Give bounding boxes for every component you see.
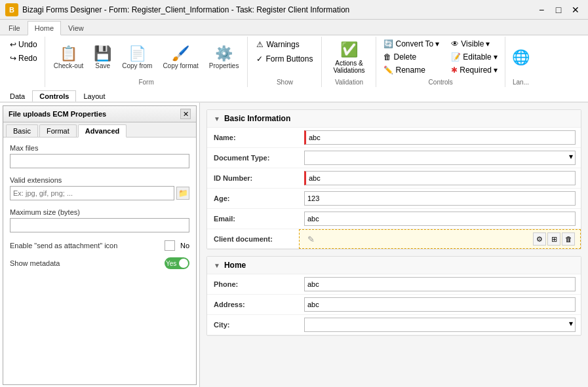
properties-button[interactable]: ⚙️ Properties bbox=[205, 38, 244, 77]
home-collapse[interactable]: ▼ bbox=[214, 262, 220, 269]
convert-to-button[interactable]: 🔄 Convert To ▾ bbox=[380, 38, 442, 50]
lang-button[interactable]: 🌐 bbox=[509, 46, 532, 69]
doc-type-select-wrapper bbox=[304, 151, 576, 165]
props-tab-advanced[interactable]: Advanced bbox=[78, 124, 127, 138]
name-label: Name: bbox=[207, 128, 299, 148]
undo-button[interactable]: ↩ Undo bbox=[7, 38, 41, 51]
valid-extensions-label: Valid extensions bbox=[10, 176, 189, 184]
home-grid: Phone: Address: City: bbox=[207, 274, 581, 335]
validation-icon: ✅ bbox=[340, 41, 358, 58]
left-panel: File uploads ECM Properties ✕ Basic Form… bbox=[0, 103, 200, 387]
max-size-input[interactable] bbox=[10, 218, 189, 232]
undo-icon: ↩ bbox=[10, 40, 16, 49]
doc-pencil-icon: ✎ bbox=[307, 234, 315, 244]
redo-button[interactable]: ↪ Redo bbox=[7, 52, 41, 65]
ribbon-group-lang: 🌐 Lan... bbox=[505, 37, 536, 87]
email-label: Email: bbox=[207, 209, 299, 229]
actions-validations-button[interactable]: ✅ Actions & Validations bbox=[326, 38, 372, 77]
client-doc-settings-button[interactable]: ⚙ bbox=[533, 232, 546, 246]
valid-extensions-input[interactable] bbox=[10, 186, 174, 200]
delete-button[interactable]: 🗑 Delete bbox=[380, 51, 442, 63]
dialog-header: File uploads ECM Properties ✕ bbox=[3, 106, 196, 122]
basic-info-collapse[interactable]: ▼ bbox=[214, 115, 220, 122]
id-number-value bbox=[299, 168, 581, 189]
city-select[interactable] bbox=[304, 318, 576, 332]
save-icon: 💾 bbox=[94, 46, 111, 61]
city-label: City: bbox=[207, 315, 299, 335]
tab-data[interactable]: Data bbox=[3, 90, 32, 101]
undo-label: Undo bbox=[18, 40, 37, 49]
max-size-label: Maximum size (bytes) bbox=[10, 208, 189, 216]
props-tab-basic[interactable]: Basic bbox=[6, 124, 38, 137]
attachment-checkbox[interactable] bbox=[165, 240, 175, 251]
tab-controls[interactable]: Controls bbox=[32, 90, 76, 101]
metadata-toggle[interactable]: Yes bbox=[165, 257, 189, 269]
redo-icon: ↪ bbox=[10, 54, 16, 63]
client-doc-copy-button[interactable]: ⊞ bbox=[547, 232, 560, 246]
actions-validations-label: Actions & Validations bbox=[333, 60, 364, 74]
switch-knob bbox=[179, 259, 188, 268]
maximize-button[interactable]: □ bbox=[551, 3, 566, 17]
id-number-input[interactable] bbox=[304, 171, 576, 185]
switch-background[interactable]: Yes bbox=[165, 257, 189, 269]
validation-group-label: Validation bbox=[322, 79, 376, 86]
extensions-folder-button[interactable]: 📁 bbox=[176, 187, 189, 200]
home-header: ▼ Home bbox=[207, 257, 581, 274]
form-buttons-button[interactable]: ✓ Form Buttons bbox=[252, 52, 317, 65]
ribbon: ↩ Undo ↪ Redo 📋 Check-out 💾 Save 📄 Copy … bbox=[0, 35, 588, 88]
visible-icon: 👁 bbox=[451, 39, 459, 48]
client-doc-delete-button[interactable]: 🗑 bbox=[562, 232, 575, 246]
main-area: File uploads ECM Properties ✕ Basic Form… bbox=[0, 103, 588, 387]
required-dropdown-icon: ▾ bbox=[494, 65, 498, 75]
ribbon-group-show: ⚠ Warnings ✓ Form Buttons Show bbox=[248, 37, 322, 87]
save-button[interactable]: 💾 Save bbox=[89, 38, 116, 77]
rename-icon: ✏️ bbox=[383, 65, 393, 75]
email-input[interactable] bbox=[304, 212, 576, 226]
client-doc-label: Client document: bbox=[207, 229, 299, 249]
dialog-close-button[interactable]: ✕ bbox=[180, 109, 191, 119]
ribbon-group-undoredo: ↩ Undo ↪ Redo bbox=[3, 37, 45, 87]
minimize-button[interactable]: − bbox=[534, 3, 549, 17]
close-button[interactable]: ✕ bbox=[568, 3, 583, 17]
name-input[interactable] bbox=[304, 130, 576, 145]
basic-info-section: ▼ Basic Information Name: Document Type: bbox=[206, 109, 581, 249]
tab-file[interactable]: File bbox=[1, 21, 28, 35]
controls-group-label: Controls bbox=[376, 79, 505, 86]
checkout-button[interactable]: 📋 Check-out bbox=[49, 38, 88, 77]
max-size-field: Maximum size (bytes) bbox=[10, 208, 189, 232]
dialog-title: File uploads ECM Properties bbox=[9, 110, 106, 118]
age-input[interactable] bbox=[304, 191, 576, 206]
tab-layout[interactable]: Layout bbox=[76, 90, 112, 101]
doc-type-select[interactable] bbox=[304, 151, 576, 165]
ribbon-group-validation: ✅ Actions & Validations Validation bbox=[322, 37, 376, 87]
visible-dropdown-icon: ▾ bbox=[486, 39, 490, 48]
props-tab-format[interactable]: Format bbox=[39, 124, 77, 137]
basic-info-title: Basic Information bbox=[224, 114, 290, 123]
tab-view[interactable]: View bbox=[61, 21, 91, 35]
properties-icon: ⚙️ bbox=[215, 46, 233, 61]
max-files-input[interactable] bbox=[10, 154, 189, 168]
city-value bbox=[299, 315, 581, 335]
max-files-field: Max files bbox=[10, 144, 189, 168]
show-metadata-label: Show metadata bbox=[10, 259, 159, 267]
copy-format-button[interactable]: 🖌️ Copy format bbox=[158, 38, 203, 77]
phone-label: Phone: bbox=[207, 274, 299, 295]
phone-value bbox=[299, 274, 581, 295]
copy-from-button[interactable]: 📄 Copy from bbox=[117, 38, 157, 77]
undo-redo-items: ↩ Undo ↪ Redo bbox=[7, 38, 41, 86]
warnings-button[interactable]: ⚠ Warnings bbox=[252, 38, 304, 51]
globe-icon: 🌐 bbox=[512, 49, 530, 66]
phone-input[interactable] bbox=[304, 277, 576, 291]
required-button[interactable]: ✱ Required ▾ bbox=[448, 64, 501, 76]
visible-button[interactable]: 👁 Visible ▾ bbox=[448, 38, 501, 50]
age-value bbox=[299, 189, 581, 209]
required-icon: ✱ bbox=[451, 65, 458, 75]
convert-dropdown-icon: ▾ bbox=[435, 39, 439, 48]
editable-button[interactable]: 📝 Editable ▾ bbox=[448, 51, 501, 63]
titlebar-title: Bizagi Forms Designer - Form: Register_C… bbox=[22, 5, 534, 14]
address-input[interactable] bbox=[304, 297, 576, 312]
show-metadata-row: Show metadata Yes bbox=[10, 257, 189, 269]
rename-button[interactable]: ✏️ Rename bbox=[380, 64, 442, 76]
lang-group-label: Lan... bbox=[505, 79, 536, 86]
tab-home[interactable]: Home bbox=[28, 21, 61, 35]
